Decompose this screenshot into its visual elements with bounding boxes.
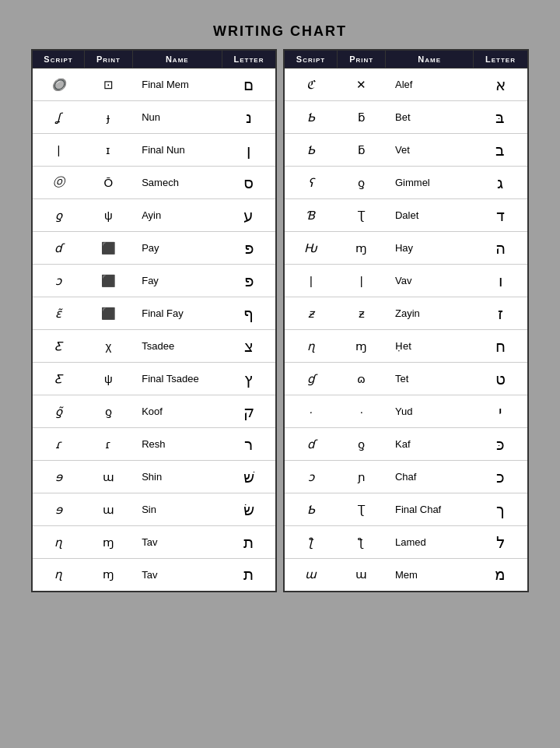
right-letter-10: י — [473, 395, 528, 428]
left-table-row: ɳ ɱ Tav ת — [32, 526, 276, 559]
right-script-13: Ƅ — [284, 493, 338, 526]
left-script-10: ƍ̃ — [32, 395, 85, 428]
right-print-7: ƶ — [338, 297, 386, 330]
left-table-row: | ɪ Final Nun ן — [32, 134, 276, 167]
left-header-name: Name — [132, 50, 222, 68]
right-table-row: ʕ ƍ Gimmel ג — [284, 167, 528, 199]
left-script-0: 🔘 — [32, 68, 85, 101]
right-name-1: Bet — [386, 101, 473, 134]
left-table-row: ɛ̃ ⬛ Final Fay ף — [32, 297, 276, 330]
right-script-1: Ƅ — [284, 101, 338, 134]
right-letter-14: ל — [473, 526, 528, 559]
right-letter-12: כ — [473, 461, 528, 493]
left-table-row: ɳ ɱ Tav ת — [32, 559, 276, 592]
left-table-row: ɔ ⬛ Fay פ — [32, 265, 276, 297]
right-table-row: Ƅ ƃ Bet בּ — [284, 101, 528, 134]
left-script-11: ɾ — [32, 428, 85, 461]
left-letter-5: פ — [222, 232, 276, 265]
left-letter-13: שׂ — [222, 493, 276, 526]
left-script-14: ɳ — [32, 526, 85, 559]
left-print-11: ɾ — [85, 428, 133, 461]
left-letter-7: ף — [222, 297, 276, 330]
right-name-13: Final Chaf — [386, 493, 473, 526]
right-letter-15: מ — [473, 559, 528, 592]
left-table-row: ƍ̃ ƍ Koof ק — [32, 395, 276, 428]
right-chart-table: Script Print Name Letter ℭ ✕ Alef א Ƅ ƃ … — [283, 49, 529, 592]
right-name-5: Hay — [386, 232, 473, 265]
right-letter-6: ו — [473, 265, 528, 297]
right-print-4: Ʈ — [338, 199, 386, 232]
left-script-15: ɳ — [32, 559, 85, 592]
left-letter-4: ע — [222, 199, 276, 232]
left-letter-0: ם — [222, 68, 276, 101]
left-name-12: Shin — [132, 461, 222, 493]
right-name-9: Tet — [386, 363, 473, 395]
left-name-1: Nun — [132, 101, 222, 134]
right-table-row: ƪ ƪ Lamed ל — [284, 526, 528, 559]
left-header-print: Print — [85, 50, 133, 68]
left-letter-1: נ — [222, 101, 276, 134]
right-letter-8: ח — [473, 330, 528, 363]
right-table-row: Ƅ ƃ Vet ב — [284, 134, 528, 167]
right-print-2: ƃ — [338, 134, 386, 167]
left-script-7: ɛ̃ — [32, 297, 85, 330]
left-table-row: ⓞ Ō Samech ס — [32, 167, 276, 199]
right-header-letter: Letter — [473, 50, 528, 68]
left-print-6: ⬛ — [85, 265, 133, 297]
left-table-row: ʆ ɟ Nun נ — [32, 101, 276, 134]
left-table-row: ɗ ⬛ Pay פ — [32, 232, 276, 265]
right-table-row: | | Vav ו — [284, 265, 528, 297]
page-title: WRITING CHART — [31, 23, 529, 40]
left-name-3: Samech — [132, 167, 222, 199]
left-name-11: Resh — [132, 428, 222, 461]
left-script-6: ɔ — [32, 265, 85, 297]
tables-wrapper: Script Print Name Letter 🔘 ⊡ Final Mem ם… — [31, 49, 529, 592]
left-script-8: Ƹ — [32, 330, 85, 363]
right-script-15: ɯ — [284, 559, 338, 592]
right-name-15: Mem — [386, 559, 473, 592]
left-print-3: Ō — [85, 167, 133, 199]
left-script-4: ƍ — [32, 199, 85, 232]
left-script-2: | — [32, 134, 85, 167]
left-name-2: Final Nun — [132, 134, 222, 167]
left-name-4: Ayin — [132, 199, 222, 232]
left-print-5: ⬛ — [85, 232, 133, 265]
left-print-2: ɪ — [85, 134, 133, 167]
left-name-9: Final Tsadee — [132, 363, 222, 395]
right-letter-0: א — [473, 68, 528, 101]
right-script-7: ƶ — [284, 297, 338, 330]
right-print-13: Ʈ — [338, 493, 386, 526]
left-name-10: Koof — [132, 395, 222, 428]
right-letter-13: ך — [473, 493, 528, 526]
right-table-row: ɔ ɲ Chaf כ — [284, 461, 528, 493]
left-script-5: ɗ — [32, 232, 85, 265]
right-letter-7: ז — [473, 297, 528, 330]
left-letter-9: ץ — [222, 363, 276, 395]
left-table-row: ɾ ɾ Resh ר — [32, 428, 276, 461]
left-script-1: ʆ — [32, 101, 85, 134]
right-table-row: Ƅ Ʈ Final Chaf ך — [284, 493, 528, 526]
right-header-name: Name — [386, 50, 473, 68]
left-name-15: Tav — [132, 559, 222, 592]
left-table-row: ƍ ψ Ayin ע — [32, 199, 276, 232]
left-name-5: Pay — [132, 232, 222, 265]
left-letter-11: ר — [222, 428, 276, 461]
left-name-6: Fay — [132, 265, 222, 297]
left-print-12: ɯ — [85, 461, 133, 493]
left-print-1: ɟ — [85, 101, 133, 134]
left-chart-table: Script Print Name Letter 🔘 ⊡ Final Mem ם… — [31, 49, 277, 592]
right-name-6: Vav — [386, 265, 473, 297]
right-script-12: ɔ — [284, 461, 338, 493]
left-name-7: Final Fay — [132, 297, 222, 330]
right-name-14: Lamed — [386, 526, 473, 559]
right-table-row: Ɓ Ʈ Dalet ד — [284, 199, 528, 232]
right-table-row: ɳ ɱ Ḥet ח — [284, 330, 528, 363]
left-print-9: ψ — [85, 363, 133, 395]
right-name-2: Vet — [386, 134, 473, 167]
left-table-row: ɘ ɯ Sin שׂ — [32, 493, 276, 526]
right-name-11: Kaf — [386, 428, 473, 461]
right-script-8: ɳ — [284, 330, 338, 363]
left-letter-6: פ — [222, 265, 276, 297]
left-script-13: ɘ — [32, 493, 85, 526]
left-letter-14: ת — [222, 526, 276, 559]
